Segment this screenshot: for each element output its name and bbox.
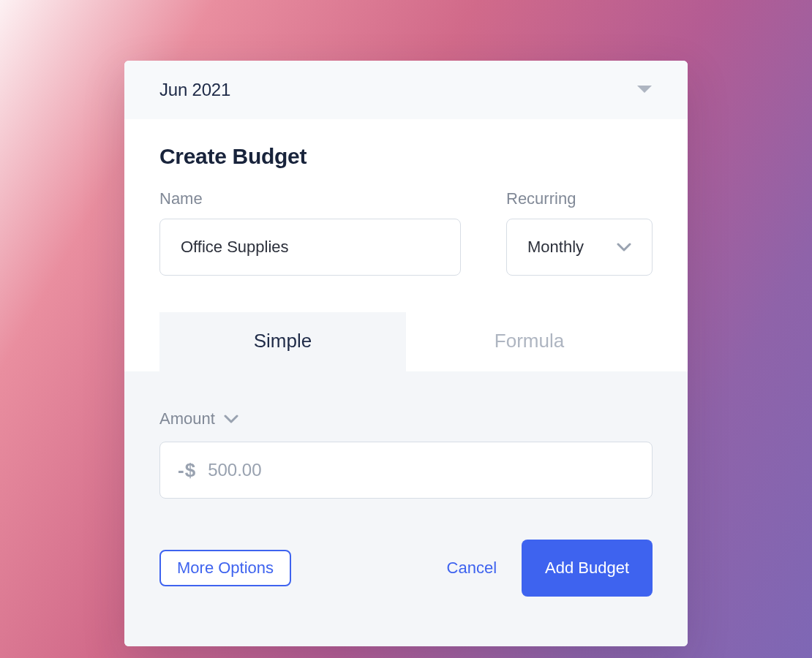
create-budget-card: Jun 2021 Create Budget Name Recurring Mo… — [124, 61, 688, 646]
add-budget-button[interactable]: Add Budget — [522, 540, 653, 597]
field-name: Name — [159, 189, 461, 276]
name-input[interactable] — [181, 238, 440, 257]
tab-formula[interactable]: Formula — [406, 312, 653, 371]
cancel-button[interactable]: Cancel — [440, 550, 504, 586]
more-options-button[interactable]: More Options — [159, 550, 291, 586]
name-label: Name — [159, 189, 461, 208]
chevron-down-icon — [617, 243, 631, 252]
field-row: Name Recurring Monthly — [159, 189, 653, 276]
form-header-section: Create Budget Name Recurring Monthly S — [124, 119, 688, 371]
amount-input[interactable] — [208, 460, 634, 480]
page-title: Create Budget — [159, 144, 653, 169]
name-input-wrapper — [159, 219, 461, 276]
chevron-down-icon[interactable] — [224, 415, 238, 423]
recurring-select[interactable]: Monthly — [506, 219, 653, 276]
amount-input-wrapper: -$ — [159, 442, 653, 499]
amount-label: Amount — [159, 409, 215, 428]
month-selector[interactable]: Jun 2021 — [124, 61, 688, 119]
caret-down-icon — [636, 85, 653, 95]
tab-simple[interactable]: Simple — [159, 312, 406, 371]
amount-currency-prefix: -$ — [178, 459, 196, 482]
tabs: Simple Formula — [159, 312, 653, 371]
form-body-section: Amount -$ More Options Cancel Add Budget — [124, 371, 688, 646]
field-recurring: Recurring Monthly — [506, 189, 653, 276]
recurring-value: Monthly — [527, 238, 584, 257]
month-value: Jun 2021 — [159, 80, 230, 100]
action-row: More Options Cancel Add Budget — [159, 540, 653, 597]
recurring-label: Recurring — [506, 189, 653, 208]
amount-label-row: Amount — [159, 409, 653, 428]
